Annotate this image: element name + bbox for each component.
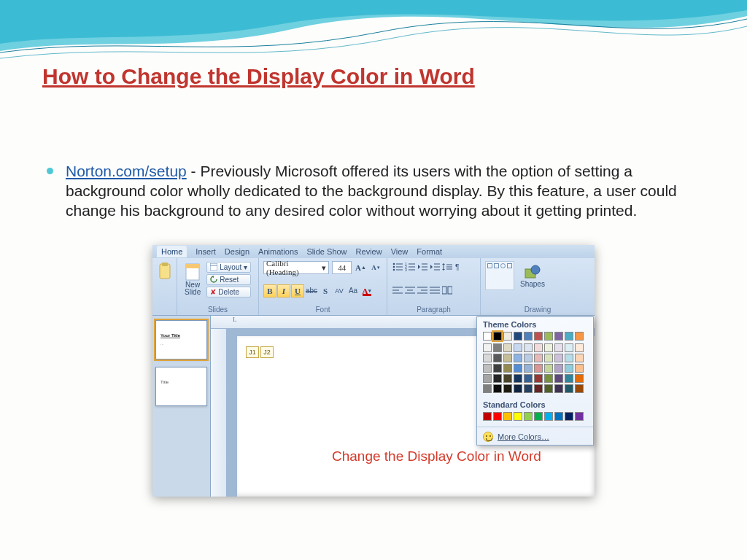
swatch[interactable] [534,354,543,362]
swatch[interactable] [503,412,512,421]
shape-gallery[interactable] [485,261,514,290]
swatch[interactable] [575,332,584,341]
swatch[interactable] [493,364,502,373]
layout-button[interactable]: Layout ▾ [206,262,251,273]
numbering-button[interactable]: 123 [404,261,416,273]
swatch[interactable] [575,384,584,393]
align-right-button[interactable] [417,284,428,296]
decrease-indent-button[interactable] [417,261,428,273]
swatch[interactable] [493,412,502,421]
shapes-button[interactable]: Shapes [517,262,548,289]
font-color-button[interactable]: A▾ [360,284,374,298]
swatch[interactable] [524,364,533,373]
swatch[interactable] [544,412,553,421]
swatch[interactable] [483,364,492,373]
bold-button[interactable]: B [263,284,276,298]
reset-button[interactable]: Reset [206,274,251,285]
swatch[interactable] [493,384,502,393]
swatch[interactable] [575,412,584,421]
underline-button[interactable]: U [291,284,304,298]
swatch[interactable] [483,374,492,383]
swatch[interactable] [554,354,563,362]
new-slide-button[interactable]: New Slide [182,261,204,298]
swatch[interactable] [503,354,512,362]
swatch[interactable] [524,332,533,341]
swatch[interactable] [524,384,533,393]
font-name-combo[interactable]: Calibri (Heading) ▾ [263,261,329,274]
swatch[interactable] [554,343,563,352]
swatch[interactable] [503,343,512,352]
swatch[interactable] [503,384,512,393]
swatch[interactable] [483,343,492,352]
swatch[interactable] [544,343,553,352]
strike-button[interactable]: abc [305,284,318,298]
swatch[interactable] [554,364,563,373]
swatch[interactable] [565,384,573,393]
grow-font-button[interactable]: A▲ [355,261,367,274]
tab-format[interactable]: Format [417,247,442,256]
swatch[interactable] [483,412,492,421]
swatch[interactable] [544,332,553,341]
swatch[interactable] [575,374,584,383]
align-left-button[interactable] [392,284,403,296]
swatch[interactable] [483,332,492,341]
tab-review[interactable]: Review [356,247,382,256]
shadow-button[interactable]: S [319,284,332,298]
align-center-button[interactable] [404,284,416,296]
swatch[interactable] [544,354,553,362]
tab-view[interactable]: View [391,247,409,256]
shrink-font-button[interactable]: A▼ [370,261,382,274]
swatch[interactable] [565,354,573,362]
tab-insert[interactable]: Insert [196,247,216,256]
text-direction-button[interactable]: ¶ [454,261,465,273]
justify-button[interactable] [429,284,441,296]
norton-link[interactable]: Norton.com/setup [66,163,187,179]
swatch[interactable] [534,343,543,352]
swatch[interactable] [524,354,533,362]
swatch[interactable] [575,354,584,362]
swatch[interactable] [534,412,543,421]
line-spacing-button[interactable] [441,261,453,273]
paste-button[interactable] [157,261,172,281]
swatch[interactable] [554,374,563,383]
swatch[interactable] [575,343,584,352]
tab-slideshow[interactable]: Slide Show [307,247,347,256]
slide-thumb-2[interactable]: Title [155,367,207,406]
char-spacing-button[interactable]: AV [333,284,346,298]
swatch[interactable] [493,332,502,341]
swatch[interactable] [514,374,522,383]
increase-indent-button[interactable] [429,261,441,273]
swatch[interactable] [565,332,573,341]
swatch[interactable] [534,374,543,383]
swatch[interactable] [524,412,533,421]
bullets-button[interactable] [392,261,403,273]
delete-button[interactable]: ✘Delete [206,287,251,298]
swatch[interactable] [524,343,533,352]
swatch[interactable] [514,343,522,352]
swatch[interactable] [534,384,543,393]
swatch[interactable] [544,364,553,373]
swatch[interactable] [514,364,522,373]
swatch[interactable] [493,343,502,352]
change-case-button[interactable]: Aa [347,284,360,298]
swatch[interactable] [493,374,502,383]
swatch[interactable] [534,364,543,373]
swatch[interactable] [565,364,573,373]
swatch[interactable] [575,364,584,373]
swatch[interactable] [544,384,553,393]
swatch[interactable] [514,412,522,421]
swatch[interactable] [534,332,543,341]
tab-design[interactable]: Design [225,247,249,256]
swatch[interactable] [565,412,573,421]
italic-button[interactable]: I [277,284,290,298]
swatch[interactable] [483,354,492,362]
swatch[interactable] [514,354,522,362]
swatch[interactable] [524,374,533,383]
swatch[interactable] [483,384,492,393]
tab-animations[interactable]: Animations [258,247,298,256]
swatch[interactable] [503,332,512,341]
swatch[interactable] [503,374,512,383]
columns-button[interactable] [441,284,453,296]
swatch[interactable] [514,332,522,341]
swatch[interactable] [544,374,553,383]
